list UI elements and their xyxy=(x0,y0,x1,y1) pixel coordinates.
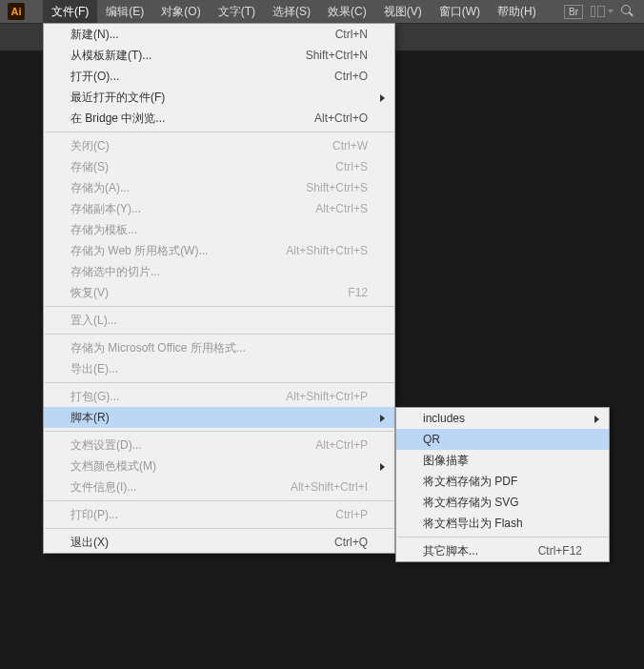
file-menu-item-label: 文件信息(I)... xyxy=(70,479,291,496)
script-menu-item-label: 将文档导出为 Flash xyxy=(423,516,582,532)
menubar-right: Br xyxy=(564,4,644,19)
script-menu-item-label: 图像描摹 xyxy=(423,453,582,469)
file-menu-dropdown: 新建(N)...Ctrl+N从模板新建(T)...Shift+Ctrl+N打开(… xyxy=(43,23,395,554)
file-menu-separator xyxy=(45,306,393,307)
file-menu-item-label: 文档颜色模式(M) xyxy=(70,458,368,475)
menubar-item-1[interactable]: 编辑(E) xyxy=(97,0,152,23)
file-menu-item-shortcut: Alt+Ctrl+S xyxy=(315,202,368,215)
file-menu-separator xyxy=(45,528,393,529)
file-menu-item-label: 存储(S) xyxy=(70,159,335,175)
file-menu-item-11: 存储为 Web 所用格式(W)...Alt+Shift+Ctrl+S xyxy=(44,240,394,261)
file-menu-item-17: 存储为 Microsoft Office 所用格式... xyxy=(44,337,394,358)
file-menu-item-29[interactable]: 退出(X)Ctrl+Q xyxy=(44,532,394,553)
file-menu-item-shortcut: Alt+Ctrl+O xyxy=(314,112,368,125)
file-menu-item-label: 文档设置(D)... xyxy=(70,437,315,454)
file-menu-item-label: 新建(N)... xyxy=(70,27,335,43)
script-menu-item-shortcut: Ctrl+F12 xyxy=(538,544,582,558)
file-menu-item-7: 存储(S)Ctrl+S xyxy=(44,156,394,177)
file-menu-item-6: 关闭(C)Ctrl+W xyxy=(44,135,394,156)
file-menu-item-24: 文档颜色模式(M) xyxy=(44,456,394,476)
menubar-item-5[interactable]: 效果(C) xyxy=(319,0,375,23)
file-menu-item-label: 打印(P)... xyxy=(70,507,335,523)
script-menu-item-2[interactable]: 图像描摹 xyxy=(396,450,609,471)
file-menu-item-shortcut: Shift+Ctrl+S xyxy=(306,181,368,194)
menubar: 文件(F)编辑(E)对象(O)文字(T)选择(S)效果(C)视图(V)窗口(W)… xyxy=(0,0,644,23)
file-menu-item-label: 存储副本(Y)... xyxy=(70,201,315,217)
script-menu-item-label: QR xyxy=(423,433,582,446)
script-menu-item-5[interactable]: 将文档导出为 Flash xyxy=(396,513,609,534)
script-menu-item-0[interactable]: includes xyxy=(396,408,609,429)
file-menu-item-label: 存储为 Web 所用格式(W)... xyxy=(70,243,286,259)
file-menu-item-label: 导出(E)... xyxy=(70,361,368,377)
file-menu-item-4[interactable]: 在 Bridge 中浏览...Alt+Ctrl+O xyxy=(44,108,394,129)
file-menu-item-shortcut: Shift+Ctrl+N xyxy=(306,49,368,62)
file-menu-item-shortcut: Ctrl+W xyxy=(332,139,368,152)
script-menu-item-label: 将文档存储为 SVG xyxy=(423,495,582,511)
file-menu-item-13: 恢复(V)F12 xyxy=(44,282,394,303)
app-icon-text: Ai xyxy=(11,6,22,17)
file-menu-item-shortcut: Ctrl+Q xyxy=(334,536,368,549)
menubar-item-6[interactable]: 视图(V) xyxy=(375,0,431,23)
file-menu-item-shortcut: Ctrl+O xyxy=(334,70,368,83)
menubar-item-0[interactable]: 文件(F) xyxy=(43,0,97,23)
file-menu-item-27: 打印(P)...Ctrl+P xyxy=(44,504,394,525)
file-menu-item-label: 从模板新建(T)... xyxy=(70,48,306,64)
file-menu-item-label: 存储为(A)... xyxy=(70,180,306,196)
script-menu-item-4[interactable]: 将文档存储为 SVG xyxy=(396,492,609,513)
file-menu-item-label: 存储为模板... xyxy=(70,222,368,238)
file-menu-item-label: 存储为 Microsoft Office 所用格式... xyxy=(70,340,368,356)
file-menu-item-9: 存储副本(Y)...Alt+Ctrl+S xyxy=(44,198,394,219)
file-menu-item-15: 置入(L)... xyxy=(44,310,394,331)
file-menu-item-shortcut: Alt+Shift+Ctrl+P xyxy=(286,390,368,403)
file-menu-item-0[interactable]: 新建(N)...Ctrl+N xyxy=(44,24,394,45)
file-menu-item-shortcut: Ctrl+S xyxy=(335,160,368,173)
file-menu-separator xyxy=(45,132,393,132)
file-menu-item-1[interactable]: 从模板新建(T)...Shift+Ctrl+N xyxy=(44,45,394,66)
bridge-icon[interactable]: Br xyxy=(564,5,583,19)
file-menu-item-10: 存储为模板... xyxy=(44,219,394,240)
file-menu-item-label: 最近打开的文件(F) xyxy=(70,90,368,106)
layout-icon[interactable] xyxy=(591,4,614,19)
file-menu-item-label: 恢复(V) xyxy=(70,285,348,301)
menubar-item-2[interactable]: 对象(O) xyxy=(152,0,209,23)
file-menu-item-shortcut: Alt+Shift+Ctrl+I xyxy=(291,480,368,494)
file-menu-item-18: 导出(E)... xyxy=(44,358,394,379)
script-menu-item-7[interactable]: 其它脚本...Ctrl+F12 xyxy=(396,540,609,561)
script-menu-item-label: 其它脚本... xyxy=(423,543,538,559)
menubar-item-8[interactable]: 帮助(H) xyxy=(489,0,545,23)
file-menu-item-12: 存储选中的切片... xyxy=(44,261,394,282)
menubar-item-4[interactable]: 选择(S) xyxy=(264,0,319,23)
file-menu-item-8: 存储为(A)...Shift+Ctrl+S xyxy=(44,177,394,198)
file-menu-separator xyxy=(45,382,393,383)
script-menu-item-label: includes xyxy=(423,412,582,425)
file-menu-item-label: 打开(O)... xyxy=(70,69,334,85)
app-icon: Ai xyxy=(8,3,25,20)
file-menu-item-shortcut: Ctrl+N xyxy=(335,28,368,41)
file-menu-item-shortcut: Alt+Shift+Ctrl+S xyxy=(286,244,368,257)
file-menu-item-21[interactable]: 脚本(R) xyxy=(44,407,394,428)
script-menu-separator xyxy=(397,537,608,537)
search-icon[interactable] xyxy=(621,5,634,18)
file-menu-item-label: 置入(L)... xyxy=(70,313,368,329)
menubar-item-7[interactable]: 窗口(W) xyxy=(431,0,489,23)
file-menu-item-2[interactable]: 打开(O)...Ctrl+O xyxy=(44,66,394,87)
file-menu-item-20: 打包(G)...Alt+Shift+Ctrl+P xyxy=(44,386,394,407)
file-menu-item-shortcut: Ctrl+P xyxy=(335,508,368,521)
menubar-item-3[interactable]: 文字(T) xyxy=(210,0,264,23)
script-submenu-dropdown: includesQR图像描摹将文档存储为 PDF将文档存储为 SVG将文档导出为… xyxy=(395,407,610,562)
file-menu-item-shortcut: Alt+Ctrl+P xyxy=(315,438,368,452)
script-menu-item-3[interactable]: 将文档存储为 PDF xyxy=(396,471,609,492)
file-menu-item-label: 脚本(R) xyxy=(70,410,368,426)
file-menu-item-23: 文档设置(D)...Alt+Ctrl+P xyxy=(44,435,394,456)
script-menu-item-1[interactable]: QR xyxy=(396,429,609,450)
file-menu-item-shortcut: F12 xyxy=(348,286,368,299)
file-menu-item-3[interactable]: 最近打开的文件(F) xyxy=(44,87,394,108)
file-menu-item-25: 文件信息(I)...Alt+Shift+Ctrl+I xyxy=(44,476,394,497)
file-menu-separator xyxy=(45,431,393,432)
file-menu-item-label: 关闭(C) xyxy=(70,138,332,154)
file-menu-separator xyxy=(45,334,393,334)
file-menu-separator xyxy=(45,500,393,501)
file-menu-item-label: 在 Bridge 中浏览... xyxy=(70,111,314,127)
file-menu-item-label: 打包(G)... xyxy=(70,389,286,405)
file-menu-item-label: 退出(X) xyxy=(70,535,334,551)
